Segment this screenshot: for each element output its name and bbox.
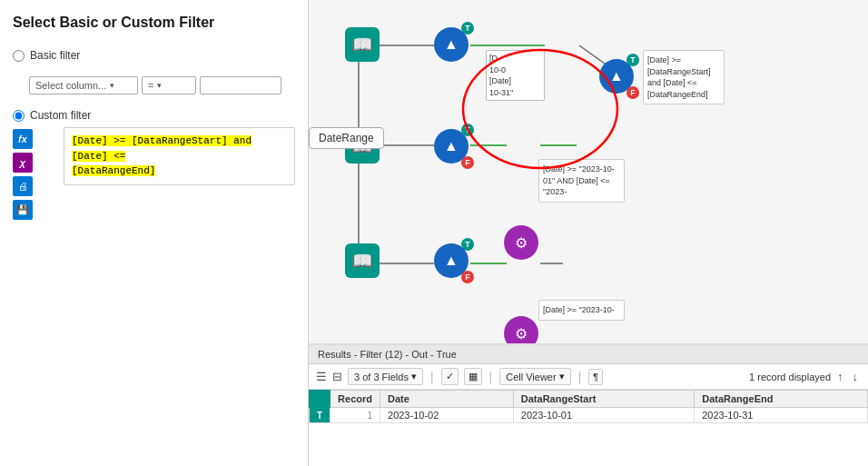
panel-title: Select Basic or Custom Filter: [13, 15, 295, 31]
operator-text: =: [148, 80, 153, 91]
badge-t-1: T: [461, 22, 474, 35]
column-select[interactable]: Select column... ▾: [29, 76, 138, 94]
gear-icon-2: ⚙: [504, 225, 538, 260]
custom-filter-section: Custom filter fx χ 🖨 💾 [Date] >= [DataRa…: [13, 109, 295, 220]
triangle-icon-1: ▲ T: [434, 27, 469, 62]
triangle-node-1[interactable]: ▲ T: [434, 27, 469, 62]
results-header-text: Results - Filter (12) - Out - True: [318, 349, 457, 360]
left-panel: Select Basic or Custom Filter Basic filt…: [0, 0, 309, 466]
save-icon[interactable]: 💾: [13, 200, 33, 220]
printer-icon[interactable]: 🖨: [13, 176, 33, 196]
basic-filter-row: Basic filter: [13, 49, 295, 62]
cell-viewer-chevron-icon: ▾: [559, 371, 565, 382]
basic-filter-controls: Select column... ▾ = ▾: [29, 76, 295, 94]
canvas-area: 📖 ▲ T ⚙ [D-10-0[Date]10-31" ▲ T F: [309, 0, 868, 343]
grid-view-btn[interactable]: ▦: [464, 368, 482, 385]
book-icon-3: 📖: [345, 243, 380, 278]
badge-t-top: T: [626, 54, 639, 66]
badge-t-2: T: [461, 124, 474, 136]
result-box-3: [Date] >= "2023-10-: [538, 300, 625, 321]
data-table: Record Date DataRangeStart DataRangeEnd …: [309, 390, 868, 423]
badge-f-2: F: [461, 156, 474, 169]
gear-icon-3: ⚙: [504, 316, 538, 343]
date-col-header: Date: [380, 391, 514, 408]
cell-viewer-label: Cell Viewer: [506, 372, 556, 382]
triangle-icon-top-right: ▲ T F: [599, 59, 634, 94]
fields-label: 3 of 3 Fields: [354, 372, 409, 382]
triangle-node-2[interactable]: ▲ T F: [434, 129, 469, 164]
cell-viewer-button[interactable]: Cell Viewer ▾: [499, 368, 570, 385]
record-col-header: Record: [330, 391, 380, 408]
results-panel: Results - Filter (12) - Out - True ☰ ⊟ 3…: [309, 343, 868, 466]
row-num-cell: 1: [330, 408, 380, 423]
book-node-3[interactable]: 📖: [345, 243, 380, 278]
row-type-cell: T: [310, 408, 330, 423]
datarangeend-col-header: DataRangeEnd: [695, 391, 868, 408]
custom-filter-row: Custom filter: [13, 109, 295, 122]
results-toolbar: ☰ ⊟ 3 of 3 Fields ▾ | ✓ ▦ | Cell Viewer …: [309, 364, 868, 390]
toolbar-separator-3: |: [578, 370, 582, 384]
formula-text: [Date] >= [DataRangeStart] and [Date] <=…: [72, 135, 252, 176]
book-node-1[interactable]: 📖: [345, 27, 380, 62]
triangle-node-3[interactable]: ▲ T F: [434, 243, 469, 278]
datarangestart-col-header: DataRangeStart: [513, 391, 694, 408]
row-icon: ⊟: [332, 370, 342, 383]
custom-filter-radio[interactable]: [13, 110, 25, 122]
basic-filter-radio[interactable]: [13, 50, 25, 62]
filter-value-input[interactable]: [200, 76, 281, 94]
triangle-icon-3: ▲ T F: [434, 243, 469, 278]
record-count-area: 1 record displayed ↑ ↓: [749, 369, 861, 384]
nav-up-button[interactable]: ↑: [834, 369, 846, 384]
fields-chevron-icon: ▾: [411, 371, 417, 382]
results-table: Record Date DataRangeStart DataRangeEnd …: [309, 390, 868, 466]
result-box-2: [Date] >= "2023-10-01" AND [Date] <= "20…: [538, 159, 625, 203]
triangle-node-top-right[interactable]: ▲ T F: [599, 59, 634, 94]
end-cell: 2023-10-31: [695, 408, 868, 423]
toolbar-separator-1: |: [430, 370, 434, 384]
fields-button[interactable]: 3 of 3 Fields ▾: [348, 368, 423, 385]
right-panel: 📖 ▲ T ⚙ [D-10-0[Date]10-31" ▲ T F: [309, 0, 868, 466]
book-icon-1: 📖: [345, 27, 380, 62]
formula-row: fx χ 🖨 💾 [Date] >= [DataRangeStart] and …: [13, 127, 295, 220]
check-btn[interactable]: ✓: [441, 368, 459, 385]
x-icon[interactable]: χ: [13, 153, 33, 173]
date-cell: 2023-10-02: [380, 408, 514, 423]
type-col-header: [310, 391, 330, 408]
gear-node-3[interactable]: ⚙: [504, 316, 538, 343]
date-result-1: [D-10-0[Date]10-31": [486, 50, 545, 101]
toolbar-separator-2: |: [489, 370, 493, 384]
formula-box[interactable]: [Date] >= [DataRangeStart] and [Date] <=…: [64, 127, 295, 185]
record-count-label: 1 record displayed: [749, 372, 831, 382]
result-box-1: [Date] >= [DataRangeStart] and [Date] <=…: [643, 50, 725, 104]
operator-chevron-icon: ▾: [157, 81, 162, 90]
results-header: Results - Filter (12) - Out - True: [309, 345, 868, 364]
badge-f-top: F: [626, 86, 639, 99]
grid-icon: ☰: [316, 370, 327, 383]
triangle-icon-2: ▲ T F: [434, 129, 469, 164]
basic-filter-label: Basic filter: [30, 49, 80, 62]
column-chevron-icon: ▾: [110, 81, 114, 90]
operator-select[interactable]: = ▾: [142, 76, 196, 94]
gear-node-2[interactable]: ⚙: [504, 225, 538, 260]
badge-t-3: T: [461, 238, 474, 251]
paragraph-btn[interactable]: ¶: [588, 369, 603, 385]
daterange-bubble[interactable]: DateRange: [309, 127, 384, 149]
fx-icon[interactable]: fx: [13, 129, 33, 149]
badge-f-3: F: [461, 271, 474, 283]
table-row: T 1 2023-10-02 2023-10-01 2023-10-31: [310, 408, 868, 423]
column-select-text: Select column...: [35, 80, 106, 91]
nav-down-button[interactable]: ↓: [850, 369, 862, 384]
start-cell: 2023-10-01: [513, 408, 694, 423]
daterange-label: DateRange: [319, 132, 374, 144]
custom-filter-label: Custom filter: [30, 109, 91, 122]
